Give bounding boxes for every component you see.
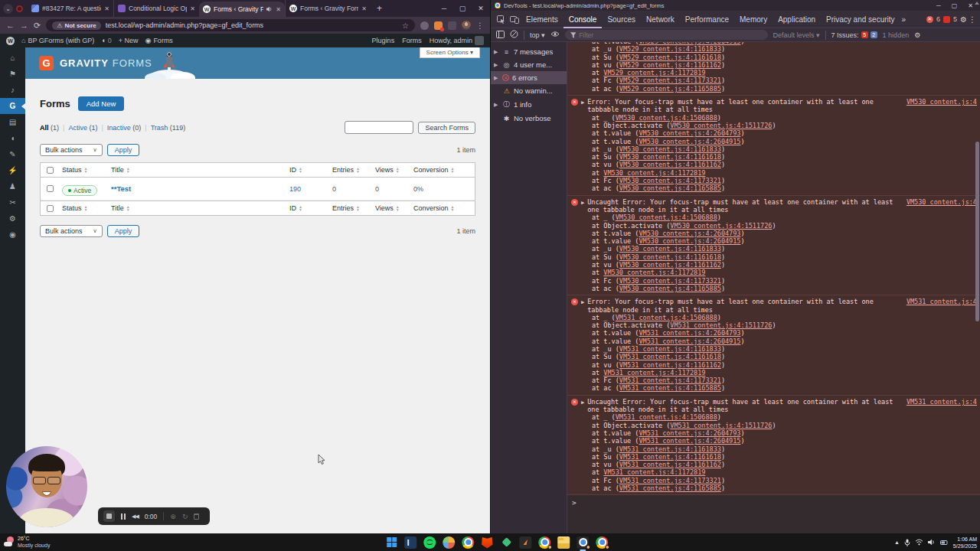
- wifi-icon[interactable]: [915, 539, 923, 546]
- admin-bar-forms-link[interactable]: Forms: [402, 37, 422, 44]
- search-forms-button[interactable]: Search Forms: [418, 122, 475, 134]
- sidebar-item-media[interactable]: ♪: [0, 82, 25, 98]
- device-toolbar-icon[interactable]: [508, 15, 521, 24]
- bulk-actions-select[interactable]: Bulk actions∨: [40, 225, 103, 237]
- console-filter-item[interactable]: ▶ ⓘ 1 info: [491, 97, 567, 112]
- sidebar-item-collapse[interactable]: ◉: [0, 227, 25, 243]
- sort-arrows-icon[interactable]: ▲▼: [451, 205, 455, 211]
- tab-close-icon[interactable]: ✕: [104, 5, 109, 12]
- expand-triangle-icon[interactable]: ▶: [581, 298, 584, 306]
- console-filter[interactable]: [565, 30, 768, 40]
- stack-frame-link[interactable]: VM531 content.js:4:1165885: [619, 384, 721, 392]
- stack-frame-link[interactable]: VM530 content.js:4:1161162: [619, 261, 721, 269]
- sidebar-item-settings[interactable]: ⚙: [0, 210, 25, 227]
- stack-frame-link[interactable]: VM531 content.js:4:2604793: [639, 329, 740, 337]
- column-header-views[interactable]: Views ▲▼: [375, 204, 413, 212]
- devtools-tab-privacy-and-security[interactable]: Privacy and security: [821, 11, 900, 28]
- pause-button[interactable]: [121, 514, 126, 520]
- file-explorer-icon[interactable]: [557, 536, 570, 549]
- stack-frame-link[interactable]: VM531 content.js:4:2604793: [639, 429, 740, 437]
- stack-frame-link[interactable]: VM531 content.js:4:1173321: [619, 477, 721, 484]
- devtools-tab-performance[interactable]: Performance: [680, 11, 734, 28]
- devtools-tab-network[interactable]: Network: [641, 11, 680, 28]
- console-prompt[interactable]: >: [567, 495, 980, 507]
- column-header-id[interactable]: ID ▲▼: [289, 166, 332, 174]
- weather-widget[interactable]: 26°C Mostly cloudy: [4, 535, 50, 549]
- extensions-puzzle-icon[interactable]: [448, 21, 456, 30]
- stack-frame-link[interactable]: VM531 content.js:4:1511726: [670, 422, 772, 429]
- sidebar-item-users[interactable]: ♟: [0, 178, 25, 194]
- stack-frame-link[interactable]: VM531 content.js:4:1161162: [619, 461, 721, 468]
- close-button[interactable]: ✕: [968, 2, 973, 9]
- stack-frame-link[interactable]: VM531 content.js:4:1161833: [619, 445, 721, 453]
- devtools-tab-elements[interactable]: Elements: [521, 11, 564, 28]
- brave-icon[interactable]: [481, 536, 493, 549]
- maximize-button[interactable]: ▢: [952, 2, 958, 9]
- select-all-checkbox[interactable]: [47, 205, 54, 212]
- forward-button[interactable]: →: [20, 21, 28, 30]
- stack-frame-link[interactable]: VM530 content.js:4:1161833: [619, 145, 721, 153]
- filter-input[interactable]: [579, 31, 762, 39]
- stack-frame-link[interactable]: VM530 content.js:4:2604793: [639, 230, 740, 237]
- issues-summary[interactable]: 7 Issues: 5 2: [831, 31, 877, 39]
- sidebar-item-appearance[interactable]: ✎: [0, 146, 25, 162]
- stack-frame-link[interactable]: VM531 content.js:4:1161618: [619, 353, 721, 360]
- speaker-icon[interactable]: [928, 539, 936, 546]
- sort-arrows-icon[interactable]: ▲▼: [356, 167, 360, 173]
- console-sidebar-toggle-icon[interactable]: [496, 31, 505, 40]
- sidebar-item-plugins[interactable]: ⚡: [0, 162, 25, 178]
- stack-frame-link[interactable]: VM530 content.js:4:2604915: [639, 138, 740, 145]
- stack-frame-link[interactable]: VM530 content.js:4:1172819: [603, 169, 705, 177]
- devtools-tab-memory[interactable]: Memory: [734, 11, 773, 28]
- sort-arrows-icon[interactable]: ▲▼: [84, 167, 88, 173]
- wordpress-logo-icon[interactable]: [6, 37, 15, 45]
- apply-button[interactable]: Apply: [107, 225, 140, 237]
- bookmark-star-icon[interactable]: ☆: [402, 21, 409, 30]
- console-filter-item[interactable]: ▶ ◎ 4 user me...: [491, 58, 567, 71]
- stack-frame-link[interactable]: VM530 content.js:4:1173321: [619, 177, 721, 184]
- console-error-message[interactable]: ✕ ▶ Uncaught Error: Your focus-trap must…: [567, 196, 980, 296]
- minimize-button[interactable]: ─: [435, 5, 453, 12]
- sidebar-item-comments[interactable]: ◖: [0, 130, 25, 146]
- snagit-icon[interactable]: [519, 536, 531, 549]
- browser-tab[interactable]: Forms ‹ Gravity Forms ‹ BP GF ✕: [285, 0, 371, 17]
- stack-frame-link[interactable]: VM529 content.js:4:1161618: [619, 54, 721, 61]
- form-title-link[interactable]: **Test: [111, 184, 289, 193]
- column-header-views[interactable]: Views ▲▼: [375, 166, 413, 174]
- sidebar-item-tools[interactable]: ✂: [0, 194, 25, 210]
- sort-arrows-icon[interactable]: ▲▼: [126, 167, 130, 173]
- pie-app-icon[interactable]: [443, 536, 455, 549]
- scroll-up-arrow[interactable]: [975, 2, 979, 5]
- stack-frame-link[interactable]: VM531 content.js:4:1161618: [619, 453, 721, 461]
- reload-button[interactable]: ⟳: [34, 21, 41, 30]
- sidebar-item-posts[interactable]: ⚑: [0, 66, 25, 82]
- devtools-tab-sources[interactable]: Sources: [602, 11, 641, 28]
- tab-close-icon[interactable]: ✕: [361, 5, 367, 12]
- inspect-element-icon[interactable]: [495, 15, 508, 24]
- log-levels-select[interactable]: Default levels ▾: [773, 31, 820, 39]
- tab-audio-icon[interactable]: [266, 6, 273, 12]
- minimize-button[interactable]: ─: [936, 2, 941, 9]
- new-tab-button[interactable]: +: [377, 3, 382, 14]
- stack-frame-link[interactable]: VM530 content.js:4:1172819: [603, 269, 705, 276]
- console-scrollbar[interactable]: [975, 142, 979, 321]
- stack-frame-link[interactable]: VM530 content.js:4:1161162: [619, 161, 721, 168]
- expand-triangle-icon[interactable]: ▶: [581, 99, 584, 106]
- back-button[interactable]: ←: [6, 21, 15, 30]
- column-header-status[interactable]: Status ▲▼: [62, 204, 111, 212]
- start-icon[interactable]: [385, 536, 397, 549]
- bulk-actions-select[interactable]: Bulk actions∨: [40, 144, 103, 156]
- browser-tab[interactable]: Forms ‹ Gravity Forms ‹ BP ✕: [199, 2, 285, 17]
- stack-frame-link[interactable]: VM529 content.js:4:1172819: [603, 69, 705, 77]
- error-count-icon[interactable]: ✕: [926, 16, 933, 23]
- column-header-title[interactable]: Title ▲▼: [111, 204, 289, 212]
- stack-frame-link[interactable]: VM531 content.js:4:1161162: [619, 361, 721, 369]
- browser-tab[interactable]: #83427 Re: A question about G ✕: [28, 0, 113, 17]
- rewind-icon[interactable]: ◀◀: [132, 514, 139, 520]
- stack-frame-link[interactable]: VM530 content.js:4:1173321: [619, 277, 721, 285]
- chrome-profile-3-icon[interactable]: [596, 536, 608, 549]
- select-all-checkbox[interactable]: [47, 167, 54, 174]
- sort-arrows-icon[interactable]: ▲▼: [299, 205, 302, 211]
- draw-tool-icon[interactable]: ⊕: [170, 513, 176, 520]
- stack-frame-link[interactable]: VM530 content.js:4:1511726: [670, 222, 772, 230]
